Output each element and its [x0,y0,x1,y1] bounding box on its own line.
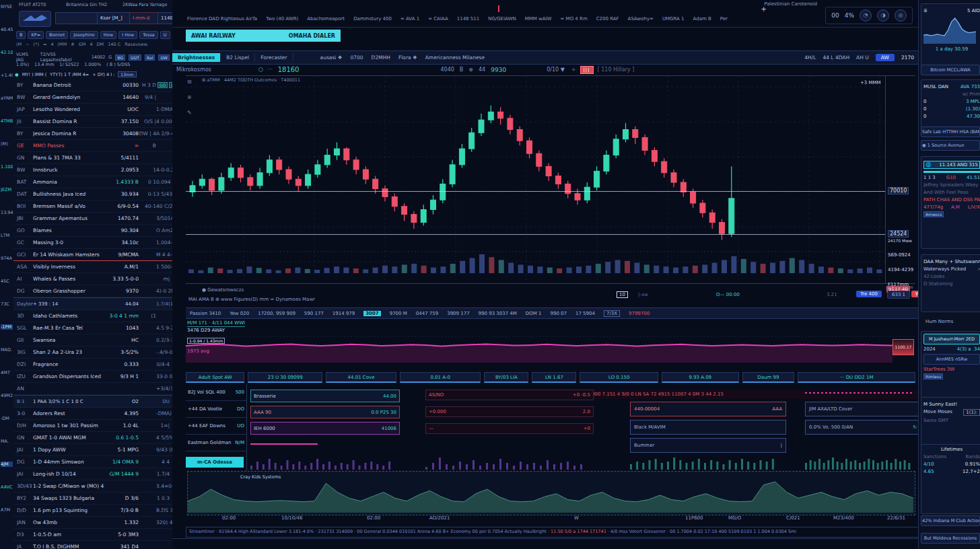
mini-ticker-item[interactable]: +1.49 [1,73,13,78]
watchlist-row[interactable]: GOBlames90.304O Am2-0 [13,225,172,237]
toolbar-mid-item[interactable]: Flora ❖ [398,54,417,61]
moldova-button[interactable]: But Moldova Recessions [921,533,980,544]
mini-ticker-item[interactable]: -1PM [1,324,13,330]
mini-ticker-item[interactable]: 4TMB [1,118,13,124]
watchlist-icon[interactable]: (MM [58,42,67,47]
menu-item[interactable]: MMM wAIW [525,16,552,22]
watchlist-row[interactable]: BOIBremsen Massif a/Vo6/9-0.5440-140 C/2… [13,200,172,213]
watchlist-row[interactable]: D31-0.5-D am5-0 3M3 [13,529,172,541]
segment-header[interactable]: Adult Spot AW [186,372,244,383]
watchlist-row[interactable]: IZUGrandson Dispersants Iced9/3 H 133-0 … [13,371,172,383]
mini-ticker-item[interactable]: aYNM [1,96,13,101]
watchlist-row[interactable]: BY234 Swaps 1323 BulgariaD 3/61 0.3 [13,492,172,505]
watchlist-tab[interactable]: I Hew [118,31,137,39]
watchlist-tab[interactable]: Tessa [139,31,158,39]
order-box[interactable]: 440-00004AAA [630,402,786,416]
tb-right-item[interactable]: AH U [856,54,869,61]
info-icon[interactable]: ◎ [895,9,907,22]
menu-item[interactable]: Two (40 AWR) [266,16,298,22]
deal-row[interactable]: +44 DA VootleDO [186,401,246,418]
menu-item[interactable]: = CAIAA [428,16,448,22]
watchlist-row[interactable]: JBIGrammar Apemantus1470.743/5014 0 [13,213,172,225]
mini-ticker-item[interactable]: NYSE [1,4,13,9]
filter-item[interactable]: VLMS JAG [16,52,37,63]
filter-item[interactable]: T2/V5S Lagashesfabel [40,52,88,63]
gauge-icon[interactable]: ◔ [860,9,872,22]
filter-item[interactable]: G [108,54,112,60]
crosshair-icon[interactable]: + [761,5,767,13]
watchlist-tab[interactable]: B [16,31,26,39]
watchlist-row[interactable]: DATBullishness Java Iced30.9340-13 5/434 [13,188,172,200]
watchlist-row[interactable]: GEMMO Passes=B [13,140,172,152]
toolbar-mid-item[interactable]: D2MHH [372,54,390,61]
watchlist-tab[interactable]: Bonnet [46,31,68,39]
sliders-icon[interactable]: 4% [845,12,854,19]
watchlist-icon[interactable]: = [43,42,46,47]
primary-action-button[interactable]: AW [876,54,895,61]
quote-row[interactable]: +0.0002.0 [425,406,594,417]
watchlist-row[interactable]: GNPlans & 31 7MA 335/4111 [13,152,172,164]
segment-header[interactable]: LO 0.150 [580,372,658,383]
add-icon[interactable]: + [571,67,576,73]
mini-ticker-item[interactable]: 1.100 [1,164,13,170]
rimless-tag[interactable]: Rimless [923,373,943,379]
tb-right-item[interactable]: 44 L 4DAH [823,54,849,61]
watchlist-row[interactable]: DZIFragrance0.3330/4-4 [13,359,172,371]
watchlist-row[interactable]: 3D/431-2 Swap C/Miwon w (MO) 4.333.4=0-0 [13,480,172,492]
watchlist-tab[interactable]: U [160,31,170,39]
watchlist-row[interactable]: 3-0Adorers Rest4.395-DMA) 1:1 [13,408,172,420]
filter-tag[interactable]: BG [115,54,125,61]
watchlist-row[interactable]: GNGMAT 1-0 AWAI MGM0.6 1-0.54 5/5% [13,432,172,444]
waterways-item[interactable]: Waterways Picked [923,266,966,272]
mini-ticker-item[interactable]: MAD. [1,347,13,353]
watchlist-row[interactable]: BYBanana Detroit00330H 3 DGODM [13,79,172,92]
watchlist-group-row[interactable]: Dayton DM+ 339 : 1444.041.7/4(1) [13,297,172,310]
menu-item[interactable]: C200 RAF [596,16,619,22]
price-axis[interactable] [885,76,886,283]
mini-ticker-item[interactable]: 40.45 [1,27,13,32]
watchlist-row[interactable]: GIISwanseaHC0.2/3-3 [13,334,172,346]
footer-strategy-label[interactable]: Gewatsrowsczs [207,287,244,293]
target-icon[interactable]: ⊕ [468,67,473,73]
select-tool-icon[interactable]: ⊞ [187,79,197,85]
watchlist-icon[interactable]: (M [16,42,22,47]
interval-select[interactable]: 0/10 ▼ [547,67,565,73]
menu-item[interactable]: Abachomeaport [307,16,345,22]
watchlist-tab[interactable]: KP= [28,31,44,39]
tb-right-item[interactable]: 4H/L [804,54,816,61]
mini-ticker-item[interactable]: 49M2 [1,393,13,398]
depth-chart[interactable]: Cray Kids Systems [187,471,915,515]
menu-item[interactable]: = MO 4 Rm [561,16,588,22]
coverage-box[interactable]: 0.0% Vo. 500 0/AN↻ [805,420,921,435]
menu-item[interactable]: Dammstury 400 [353,16,392,22]
settings-button[interactable]: 633 1 [887,291,910,299]
segment-header[interactable]: 23 U 30 09099 [248,372,322,383]
chart-icon[interactable]: ◑ [877,9,889,22]
menu-item[interactable]: Adam B [693,16,711,22]
quote-row[interactable]: AS/NO+0 -0.5 [425,390,594,400]
watchlist-row[interactable]: GCIEr 14 Whiskasm Hamsters9/MCMAM 4 4-0 [13,249,172,261]
menu-item[interactable]: = AVA 1 [400,16,419,22]
mini-ticker-item[interactable]: 13.94 [1,210,13,215]
watchlist-row[interactable]: ASAVisibly InvernessA.M/11 500-4 [13,261,172,273]
menu-item[interactable]: UMGRA 1 [662,16,685,22]
watchlist-row[interactable]: BATAmmonia1.4333 B0 10.094 1-6 [13,176,172,188]
watchlist-row[interactable]: DGOberon Grasshopper93704)-0 2M-1 [13,285,172,297]
mini-ticker-item[interactable]: 4JM [1,462,13,467]
watchlist-row[interactable]: JIIBassist Domina R37.150O/S |4 0.004-0 [13,116,172,128]
deal-row[interactable]: +44 EAF DownsUO [186,418,246,435]
mini-ticker-item[interactable]: 974A [1,256,13,261]
watchlist-row[interactable]: JAPLesotho WonderedUOC1-DMA-4 [13,104,172,116]
dots-icon[interactable]: ··· [267,67,273,73]
watchlist-icon[interactable]: DM [97,42,104,47]
mini-ticker-item[interactable]: MA. [1,439,13,444]
safe-lab-button[interactable]: Safe Lab HTTMH HSA (BAMH) [921,126,980,137]
pin-icon[interactable]: ⬡ [258,67,263,73]
looks-item[interactable]: 42-Looks [923,274,944,279]
menu-item[interactable]: 1148 511 [457,16,479,22]
oscillator-title[interactable]: M/M 171 · 4/11 044 WWI [187,320,245,327]
mini-ticker-item[interactable]: -DM [1,416,13,421]
sell-button[interactable]: ||| [580,66,594,74]
filter-item[interactable]: 14002 [92,54,106,60]
segment-header[interactable]: LN 1.67 [532,372,576,383]
